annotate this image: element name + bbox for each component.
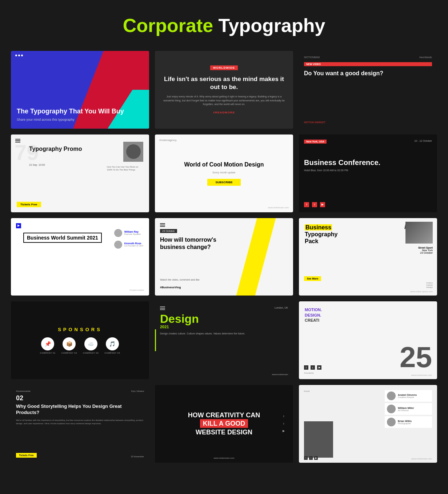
card-10-label-2: COMPANY 02 xyxy=(61,352,77,354)
card-14-creativity[interactable]: HOW CREATIVITY CAN KILL A GOOD WEBSITE D… xyxy=(155,385,293,463)
card-14-line3: WEBSITE DESIGN xyxy=(196,429,252,436)
card-13-tag: #motionmarket xyxy=(16,390,31,392)
card-5-subscribe[interactable]: #motionagency World of Cool Motion Desig… xyxy=(155,134,293,212)
card-11-title-word: Design xyxy=(160,312,199,325)
card-8-vlog[interactable]: 23 October How will tomorrow's business … xyxy=(155,218,293,296)
card-13-top-row: #motionmarket Kyiv, Ukraine xyxy=(16,390,144,392)
card-8-hashtag: #BusinessVlog xyxy=(160,286,181,289)
card-5-title: World of Cool Motion Design xyxy=(184,161,264,168)
card-15-portraits[interactable]: brand Anabel Stevens Creative Director W… xyxy=(299,385,437,463)
card-11-tagline: Design creates culture. Culture shapes v… xyxy=(160,332,288,336)
card-10-logos: 📌 COMPANY 01 📦 COMPANY 02 ☁️ COMPANY 03 … xyxy=(40,337,120,354)
card-6-social-icons: f t ▶ xyxy=(304,202,325,207)
card-11-menu-icon xyxy=(160,306,165,310)
card-14-title: HOW CREATIVITY CAN KILL A GOOD WEBSITE D… xyxy=(188,411,260,437)
facebook-icon: f xyxy=(281,414,286,419)
card-12-motion25[interactable]: MOTION. DESIGN. CREATI 25 f t ▶ #creativ… xyxy=(299,301,437,379)
card-12-tag: #creativity xyxy=(304,372,314,374)
card-13-num: 02 xyxy=(16,394,144,402)
card-2-cta[interactable]: #READMORE xyxy=(213,111,235,114)
card-15-social-row: f t ▶ xyxy=(304,456,318,460)
card-4-title: Typography Promo xyxy=(29,145,82,152)
card-15-person3-info: Brian Willis Photographer xyxy=(398,420,412,425)
card-11-url: www.motionnam xyxy=(272,373,288,375)
facebook-icon: f xyxy=(304,365,308,370)
card-3-brand: MOTIONBAM xyxy=(304,56,320,59)
card-2-quote-text: Life isn't as serious as the mind makes … xyxy=(162,75,286,91)
card-7-role1: Keynote Speaker xyxy=(124,233,141,235)
card-14-social-col: f t ▶ xyxy=(281,414,286,433)
card-15-title1: Creative Director xyxy=(398,396,417,398)
card-6-title: Business Conference. xyxy=(304,158,432,167)
card-7-summit[interactable]: ▶ Business World Summit 2021 William Ray… xyxy=(11,218,149,296)
card-3-design[interactable]: MOTIONBAM #worldwide NEW VIDEO Do You wa… xyxy=(299,51,437,129)
card-9-sport: Street Sport xyxy=(418,246,433,249)
card-2-quote[interactable]: WORLDWIDE Life isn't as serious as the m… xyxy=(155,51,293,129)
card-9-pack[interactable]: Business Typography Pack // Street Sport… xyxy=(299,218,437,296)
card-5-subscribe-btn[interactable]: SUBSCRIBE xyxy=(207,179,240,186)
card-6-badges-row: New York, USA 10 - 12 October xyxy=(304,140,432,144)
card-15-name2: William Miller xyxy=(398,407,414,409)
card-11-title: Design xyxy=(160,313,288,325)
card-9-url: www.maker-space.com xyxy=(410,290,433,293)
youtube-icon: ▶ xyxy=(281,429,286,433)
card-8-title: How will tomorrow's business change? xyxy=(160,236,225,252)
card-15-main-person xyxy=(304,421,333,458)
card-4-date: 22 Sep 10:00 xyxy=(29,164,45,166)
card-9-categories: motion market design xyxy=(426,282,433,288)
card-grid: The Typography That You Will Buy Share y… xyxy=(11,51,437,463)
card-3-badges: MOTIONBAM #worldwide xyxy=(304,56,432,59)
card-10-icon-4: 🎵 xyxy=(106,337,119,350)
card-1-typography[interactable]: The Typography That You Will Buy Share y… xyxy=(11,51,149,129)
card-8-yellow-stripe xyxy=(234,218,276,296)
card-8-subtitle: Watch the video, comment and like xyxy=(160,278,200,281)
card-3-bottom: MOTION MARKET xyxy=(304,121,432,124)
card-14-url: www.motionnam.com xyxy=(213,457,234,459)
card-7-person1: William Ray Keynote Speaker xyxy=(114,229,143,237)
youtube-icon: ▶ xyxy=(317,365,321,370)
card-13-date: 23 November xyxy=(131,455,144,458)
card-9-date: 23 October xyxy=(418,252,433,254)
card-9-see-more[interactable]: See More xyxy=(304,276,321,281)
card-6-location: New York, USA xyxy=(304,140,327,144)
card-9-sport-info: Street Sport New York 23 October xyxy=(418,246,433,254)
card-10-label-4: COMPANY 04 xyxy=(104,352,120,354)
card-13-title: Why Good Storytelling Helps You Design G… xyxy=(16,403,144,416)
card-12-social: f t ▶ xyxy=(304,365,321,370)
card-11-location: London, UK xyxy=(275,306,288,310)
card-8-menu-icon xyxy=(160,223,165,227)
card-13-tickets[interactable]: Tickets Free xyxy=(16,453,37,458)
card-11-design2021[interactable]: London, UK Design 2021 Design creates cu… xyxy=(155,301,293,379)
card-11-top-row: London, UK xyxy=(160,306,288,310)
page-title: Corporate Typography xyxy=(11,11,437,36)
card-7-name-info2: Kenneth Rose Co-Founder & CEO xyxy=(124,242,143,247)
card-4-promo[interactable]: 79 Typography Promo 22 Sep 10:00 How You… xyxy=(11,134,149,212)
card-10-title: SPONSORS xyxy=(58,327,102,332)
card-5-tag: #motionagency xyxy=(159,139,176,141)
card-3-title: Do You want a good design? xyxy=(304,70,432,77)
card-2-badge: WORLDWIDE xyxy=(210,65,238,70)
card-6-dates: 10 - 12 October xyxy=(414,140,432,144)
card-7-person2: Kenneth Rose Co-Founder & CEO xyxy=(114,241,143,249)
card-5-subtitle: Every month update xyxy=(213,171,236,174)
card-4-thumbnail xyxy=(123,142,143,162)
card-6-conference[interactable]: New York, USA 10 - 12 October Business C… xyxy=(299,134,437,212)
youtube-icon: ▶ xyxy=(320,202,325,207)
card-15-title3: Photographer xyxy=(398,422,412,425)
card-15-avatar2 xyxy=(387,405,396,413)
card-15-person1-info: Anabel Stevens Creative Director xyxy=(398,394,417,398)
card-4-tickets[interactable]: Tickets Free xyxy=(17,202,41,207)
card-15-title2: Art Director xyxy=(398,409,414,411)
twitter-icon: t xyxy=(309,456,313,460)
card-8-date: 23 October xyxy=(160,229,177,233)
youtube-icon: ▶ xyxy=(314,456,318,460)
card-3-badge: NEW VIDEO xyxy=(304,62,432,66)
card-15-avatar3 xyxy=(387,418,396,426)
card-12-number: 25 xyxy=(400,343,432,372)
card-10-label-1: COMPANY 01 xyxy=(40,352,56,354)
card-13-storytelling[interactable]: #motionmarket Kyiv, Ukraine 02 Why Good … xyxy=(11,385,149,463)
card-14-line1: HOW CREATIVITY CAN xyxy=(188,411,260,419)
card-10-label-3: COMPANY 03 xyxy=(83,352,99,354)
card-10-logo-2: 📦 COMPANY 02 xyxy=(61,337,77,354)
card-7-tag: #motionmarket xyxy=(129,289,144,291)
